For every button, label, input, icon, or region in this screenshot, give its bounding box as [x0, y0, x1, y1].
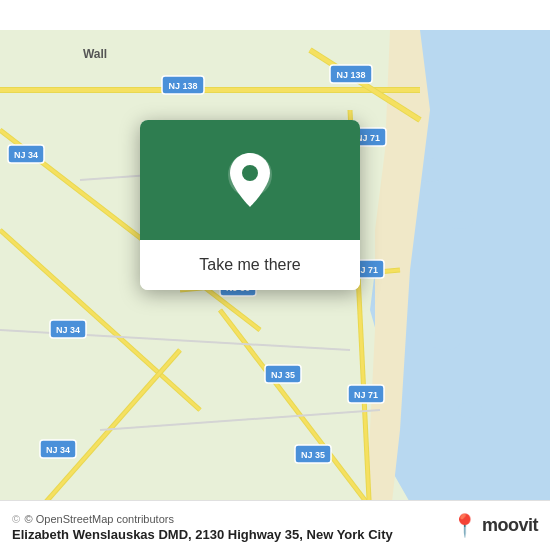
moovit-brand-text: moovit — [482, 515, 538, 536]
svg-text:NJ 34: NJ 34 — [14, 150, 38, 160]
svg-point-3 — [446, 211, 474, 229]
svg-text:NJ 138: NJ 138 — [168, 81, 197, 91]
moovit-logo: 📍 moovit — [451, 513, 538, 539]
svg-text:NJ 34: NJ 34 — [56, 325, 80, 335]
svg-text:NJ 35: NJ 35 — [271, 370, 295, 380]
card-map-header — [140, 120, 360, 240]
svg-point-5 — [458, 402, 482, 418]
moovit-pin-icon: 📍 — [451, 513, 478, 539]
bottom-bar: © © OpenStreetMap contributors Elizabeth… — [0, 500, 550, 550]
location-pin-icon — [224, 149, 276, 211]
svg-text:NJ 34: NJ 34 — [46, 445, 70, 455]
svg-point-50 — [242, 165, 258, 181]
svg-text:NJ 35: NJ 35 — [301, 450, 325, 460]
location-card: Take me there — [140, 120, 360, 290]
take-me-there-button[interactable]: Take me there — [140, 240, 360, 290]
svg-point-4 — [429, 330, 461, 350]
place-name: Elizabeth Wenslauskas DMD, 2130 Highway … — [12, 527, 451, 542]
osm-text: © OpenStreetMap contributors — [25, 513, 174, 525]
copyright-symbol: © — [12, 513, 20, 525]
svg-text:NJ 138: NJ 138 — [336, 70, 365, 80]
svg-text:Wall: Wall — [83, 47, 107, 61]
osm-attribution: © © OpenStreetMap contributors — [12, 509, 451, 527]
map-container: NJ 138 NJ 138 NJ 34 NJ 34 NJ 34 NJ 71 NJ… — [0, 0, 550, 550]
svg-text:NJ 71: NJ 71 — [354, 390, 378, 400]
